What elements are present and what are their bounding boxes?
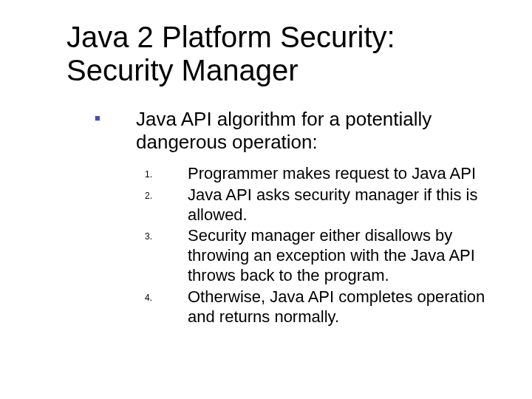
list-item: 2. Java API asks security manager if thi… — [134, 185, 502, 225]
list-item: 1. Programmer makes request to Java API — [134, 164, 502, 184]
item-number: 4. — [134, 287, 188, 306]
intro-text: Java API algorithm for a potentially dan… — [136, 108, 502, 154]
bullet-item: ■ Java API algorithm for a potentially d… — [93, 108, 502, 154]
slide-body: ■ Java API algorithm for a potentially d… — [66, 108, 502, 327]
item-number: 2. — [134, 185, 188, 204]
square-bullet-icon: ■ — [93, 108, 136, 129]
item-number: 3. — [134, 226, 188, 245]
item-number: 1. — [134, 164, 188, 183]
slide-title: Java 2 Platform Security: Security Manag… — [66, 21, 502, 87]
item-text: Security manager either disallows by thr… — [188, 226, 502, 285]
item-text: Otherwise, Java API completes operation … — [188, 287, 502, 327]
numbered-list: 1. Programmer makes request to Java API … — [93, 164, 502, 327]
list-item: 3. Security manager either disallows by … — [134, 226, 502, 285]
item-text: Programmer makes request to Java API — [188, 164, 502, 184]
item-text: Java API asks security manager if this i… — [188, 185, 502, 225]
list-item: 4. Otherwise, Java API completes operati… — [134, 287, 502, 327]
slide: Java 2 Platform Security: Security Manag… — [0, 0, 532, 399]
